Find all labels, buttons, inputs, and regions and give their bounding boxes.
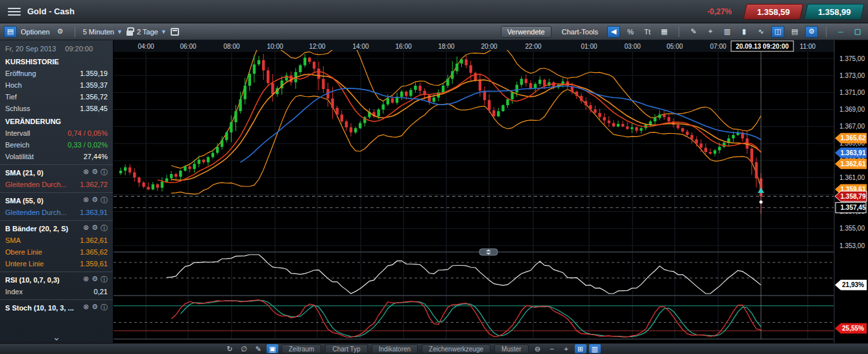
svg-text:25,55%: 25,55% (842, 325, 864, 332)
zoom-fit-icon[interactable]: ⊞ (575, 344, 586, 353)
indicator-settings-icon[interactable]: ⚙ (91, 303, 98, 312)
current-datetime: Fr, 20 Sep 2013 09:20:00 (0, 43, 113, 55)
svg-text:08:00: 08:00 (223, 43, 239, 50)
chart-type-icon[interactable]: ▮ (738, 26, 751, 38)
svg-text:11:00: 11:00 (800, 43, 816, 50)
zoom-out-icon[interactable]: ⊖ (532, 344, 544, 353)
zeitraum-button[interactable]: Zeitraum (282, 344, 321, 353)
chevron-down-icon: ▼ (117, 29, 123, 35)
buy-price-value: 1.358,99 (818, 6, 851, 16)
draw-icon[interactable]: ✎ (687, 26, 700, 38)
indicator-info-icon[interactable]: ⓘ (101, 303, 108, 312)
buy-price-button[interactable]: 1.358,99 (804, 4, 864, 19)
indicator-sma55-header: SMA (55, 0) ⊗ ⚙ ⓘ (0, 192, 113, 207)
change-percent: -0,27% (707, 7, 732, 16)
svg-text:1.365,62: 1.365,62 (841, 134, 866, 142)
indicator-settings-icon[interactable]: ⚙ (91, 223, 98, 233)
grid-icon[interactable]: ▦ (658, 26, 671, 38)
indicator-wave-icon[interactable]: ∿ (754, 26, 767, 38)
interval-value: 5 Minuten (83, 28, 114, 36)
zeichenwerkzeuge-button[interactable]: Zeichenwerkzeuge (422, 344, 490, 353)
options-label[interactable]: Optionen (21, 28, 50, 36)
indicator-settings-icon[interactable]: ⚙ (91, 275, 98, 284)
svg-text:1.355,00: 1.355,00 (839, 225, 865, 232)
svg-text:1.353,00: 1.353,00 (839, 242, 865, 249)
remove-indicator-icon[interactable]: ⊗ (83, 196, 89, 205)
maximize-icon[interactable]: ▢ (851, 26, 864, 38)
svg-text:1.369,00: 1.369,00 (839, 106, 865, 113)
interval-dropdown[interactable]: 5 Minuten ▼ (83, 28, 123, 36)
svg-text:22:00: 22:00 (525, 43, 541, 50)
used-tools-button[interactable]: Verwendete (501, 26, 551, 38)
lock-icon[interactable] (127, 31, 133, 36)
chart-panel-icon[interactable]: ▤ (4, 26, 17, 38)
current-time: 09:20:00 (65, 45, 93, 53)
indicator-info-icon[interactable]: ⓘ (101, 223, 108, 233)
muster-button[interactable]: Muster (494, 344, 529, 353)
svg-text:1.373,00: 1.373,00 (839, 72, 865, 79)
svg-text:04:00: 04:00 (138, 43, 154, 50)
svg-text:07:00: 07:00 (710, 43, 726, 50)
indikatoren-button[interactable]: Indikatoren (372, 344, 418, 353)
svg-text:1.362,61: 1.362,61 (841, 160, 866, 168)
svg-text:03:00: 03:00 (624, 43, 640, 50)
plus-icon[interactable]: + (561, 344, 572, 353)
chart-tools-label: Chart-Tools (562, 28, 598, 36)
price-chart[interactable]: 04:0006:0008:0010:0012:0014:0016:0018:00… (114, 40, 868, 343)
row-sma21-value: Gleitenden Durch... 1.362,72 (0, 179, 113, 190)
indicator-settings-icon[interactable]: ⚙ (91, 196, 98, 205)
calendar-icon[interactable] (171, 28, 179, 36)
chart-settings-icon[interactable]: ⚙ (805, 26, 818, 38)
svg-text:20.09.13 09:20:00: 20.09.13 09:20:00 (736, 43, 789, 50)
row-hoch: Hoch 1.359,37 (0, 79, 113, 91)
chart-typ-button[interactable]: Chart Typ (325, 344, 367, 353)
sidebar-collapse-chevron[interactable]: ⌄ (0, 334, 113, 343)
indicator-settings-icon[interactable]: ⚙ (91, 168, 98, 177)
svg-text:21,93%: 21,93% (842, 281, 864, 288)
indicator-info-icon[interactable]: ⓘ (101, 196, 108, 205)
row-bb-sma: SMA 1.362,61 (0, 234, 113, 246)
highlight-icon[interactable]: ▣ (267, 344, 278, 353)
sell-price-button[interactable]: 1.358,59 (743, 4, 803, 19)
compare-icon[interactable]: ◫ (771, 26, 784, 38)
row-rsi-index: Index 0,21 (0, 286, 113, 297)
svg-text:1.357,45: 1.357,45 (841, 204, 866, 211)
minimize-icon[interactable]: ─ (834, 26, 847, 38)
range-value: 2 Tage (137, 28, 158, 36)
svg-text:1.371,00: 1.371,00 (839, 89, 865, 96)
minus-icon[interactable]: − (546, 344, 558, 353)
layout-panels-icon[interactable]: ▥ (721, 26, 734, 38)
range-dropdown[interactable]: 2 Tage ▼ (137, 28, 167, 36)
indicator-info-icon[interactable]: ⓘ (101, 168, 108, 177)
indicator-rsi-header: RSI (10, 0,7, 0,3) ⊗ ⚙ ⓘ (0, 272, 113, 286)
row-eroeffnung: Eröffnung 1.359,19 (0, 68, 113, 79)
title-bar: Gold - Cash -0,27% 1.358,59 1.358,99 (0, 0, 868, 23)
text-size-icon[interactable]: Tt (641, 26, 654, 38)
row-sma55-value: Gleitenden Durch... 1.363,91 (0, 207, 113, 218)
row-bb-upper: Obere Linie 1.365,62 (0, 246, 113, 258)
remove-indicator-icon[interactable]: ⊗ (83, 168, 89, 177)
kurshistorie-header: KURSHISTORIE (0, 55, 113, 68)
remove-indicator-icon[interactable]: ⊗ (83, 303, 89, 312)
indicator-info-icon[interactable]: ⓘ (101, 275, 108, 284)
row-tief: Tief 1.356,72 (0, 91, 113, 103)
indicator-stoch-header: S Stoch (10, 10, 3, ... ⊗ ⚙ ⓘ (0, 299, 113, 314)
disable-drawing-icon[interactable]: ∅ (238, 344, 250, 353)
indicator-bbands-header: B Bänder (20, 2, S) ⊗ ⚙ ⓘ (0, 220, 113, 234)
row-volatilitaet: Volatilität 27,44% (0, 151, 113, 162)
scale-icon[interactable]: ▥ (589, 344, 601, 353)
back-arrow-icon[interactable]: ◀ (607, 26, 620, 38)
remove-indicator-icon[interactable]: ⊗ (83, 223, 89, 233)
svg-text:01:00: 01:00 (581, 43, 597, 50)
refresh-icon[interactable]: ↻ (224, 344, 235, 353)
pencil-icon[interactable]: ✎ (252, 344, 264, 353)
options-gear-icon[interactable]: ⚙ (54, 26, 67, 38)
menu-icon[interactable] (8, 8, 21, 16)
percent-scale-icon[interactable]: % (624, 26, 637, 38)
print-icon[interactable]: ▤ (788, 26, 801, 38)
remove-indicator-icon[interactable]: ⊗ (83, 275, 89, 284)
svg-text:14:00: 14:00 (352, 43, 368, 50)
row-bb-lower: Untere Linie 1.359,61 (0, 258, 113, 270)
crosshair-icon[interactable]: ⌖ (704, 26, 717, 38)
svg-text:1.358,79: 1.358,79 (841, 193, 866, 200)
